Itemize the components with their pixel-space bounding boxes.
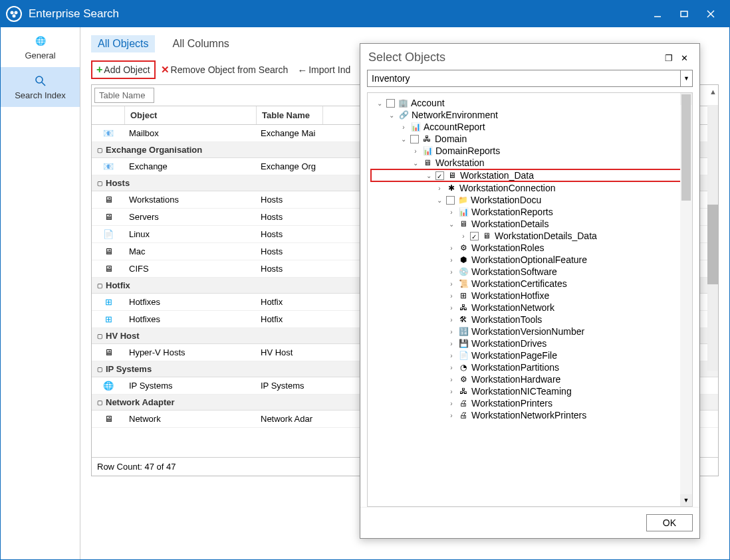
expand-icon[interactable]: › — [447, 376, 455, 383]
tree-node[interactable]: ›📊WorkstationReports — [370, 206, 689, 218]
header-icon-col[interactable] — [92, 106, 125, 124]
tree-node[interactable]: ⌄🖥WorkstationDetails — [370, 218, 689, 230]
tree-node[interactable]: ›✱WorkstationConnection — [370, 182, 689, 194]
checkbox[interactable] — [410, 135, 419, 143]
checkbox[interactable] — [446, 196, 455, 205]
tree-node[interactable]: ⌄🖥Workstation — [370, 157, 689, 169]
select-objects-dialog: Select Objects ❐ ✕ Inventory ▼ ▲ ▼ ⌄🏢Acc… — [360, 43, 700, 539]
maximize-button[interactable] — [671, 1, 697, 27]
tree-node[interactable]: ›⬢WorkstationOptionalFeature — [370, 254, 689, 266]
expand-icon[interactable]: › — [447, 340, 455, 347]
tab-all-columns[interactable]: All Columns — [166, 35, 235, 52]
import-index-button[interactable]: ← Import Ind — [293, 62, 354, 78]
row-icon: 📧 — [92, 128, 125, 138]
scroll-thumb[interactable] — [707, 205, 718, 284]
expand-icon[interactable]: ⌄ — [412, 159, 420, 167]
node-icon: 💾 — [458, 339, 469, 348]
node-icon: 🖨 — [458, 399, 469, 408]
tree-node[interactable]: ›🖧WorkstationNICTeaming — [370, 385, 689, 397]
checkbox[interactable] — [386, 99, 395, 108]
inventory-combo[interactable]: Inventory ▼ — [367, 70, 693, 87]
group-label: HV Host — [106, 331, 140, 341]
tree-node[interactable]: ›🖨WorkstationNetworkPrinters — [370, 409, 689, 421]
expand-icon[interactable]: › — [447, 304, 455, 312]
checkbox[interactable] — [435, 171, 444, 180]
expand-icon[interactable]: ⌄ — [388, 112, 396, 119]
dialog-title: Select Objects — [368, 50, 661, 64]
expand-icon[interactable]: ⌄ — [400, 136, 408, 143]
expand-icon[interactable]: › — [435, 185, 443, 192]
scroll-up-icon[interactable]: ▲ — [709, 88, 717, 96]
tree-node[interactable]: ›⊞WorkstationHotfixe — [370, 290, 689, 302]
expand-icon[interactable]: › — [447, 316, 455, 324]
ok-button[interactable]: OK — [646, 514, 693, 531]
svg-line-8 — [42, 82, 45, 86]
tree-scroll-thumb[interactable] — [681, 94, 691, 201]
expand-icon[interactable]: › — [400, 124, 408, 131]
header-table-name[interactable]: Table Name — [257, 106, 323, 124]
expand-icon[interactable]: › — [447, 352, 455, 359]
expand-icon[interactable]: ⌄ — [425, 172, 433, 179]
tree-node[interactable]: ›⚙WorkstationRoles — [370, 242, 689, 254]
row-table: Exchange Org — [257, 158, 323, 175]
tree-node[interactable]: ›📊DomainReports — [370, 145, 689, 157]
tree-node[interactable]: ⌄📁WorkstationDocu — [370, 194, 689, 206]
tree-node[interactable]: ›📊AccountReport — [370, 121, 689, 133]
tree-node[interactable]: ⌄🔗NetworkEnvironment — [370, 109, 689, 121]
dialog-close-button[interactable]: ✕ — [681, 53, 693, 62]
tree-node[interactable]: ›⚙WorkstationHardware — [370, 373, 689, 385]
expand-icon[interactable]: › — [447, 400, 455, 407]
expand-icon[interactable]: › — [447, 292, 455, 300]
tree-node[interactable]: ⌄🖥Workstation_Data — [370, 169, 689, 182]
node-label: Workstation_Data — [460, 170, 534, 181]
x-icon: ✕ — [161, 64, 170, 76]
tree-node[interactable]: ›◔WorkstationPartitions — [370, 361, 689, 373]
expand-icon[interactable]: ⌄ — [447, 221, 455, 228]
tab-all-objects[interactable]: All Objects — [91, 35, 155, 52]
expand-icon[interactable]: › — [447, 364, 455, 371]
chevron-down-icon[interactable]: ▼ — [680, 70, 692, 86]
tree-node[interactable]: ›📜WorkstationCertificates — [370, 278, 689, 290]
tree-node[interactable]: ⌄🏢Account — [370, 97, 689, 109]
table-name-filter[interactable]: Table Name — [94, 88, 154, 103]
expand-icon[interactable]: › — [447, 244, 455, 252]
tree-node[interactable]: ⌄🖧Domain — [370, 133, 689, 145]
expand-icon[interactable]: › — [447, 328, 455, 335]
tree-node[interactable]: ›🖨WorkstationPrinters — [370, 397, 689, 409]
tree-scroll-down-icon[interactable]: ▼ — [680, 494, 692, 506]
node-label: WorkstationDetails — [471, 219, 548, 229]
remove-object-button[interactable]: ✕ Remove Object from Search — [157, 62, 293, 78]
dialog-restore-button[interactable]: ❐ — [665, 53, 677, 62]
close-button[interactable] — [697, 1, 724, 27]
sidebar-item-search-index[interactable]: Search Index — [1, 67, 80, 107]
tree-node[interactable]: ›🖧WorkstationNetwork — [370, 302, 689, 314]
tree-node[interactable]: ›🛠WorkstationTools — [370, 314, 689, 326]
row-table: Hosts — [257, 191, 323, 208]
vertical-scrollbar[interactable] — [707, 105, 718, 371]
checkbox[interactable] — [470, 232, 479, 240]
tree-scrollbar[interactable]: ▲ ▼ — [680, 93, 692, 506]
node-label: WorkstationRoles — [471, 242, 544, 253]
expand-icon[interactable]: › — [459, 233, 467, 240]
tree-node[interactable]: ›🖥WorkstationDetails_Data — [370, 230, 689, 242]
tree-node[interactable]: ›📄WorkstationPageFile — [370, 349, 689, 361]
expand-icon[interactable]: › — [447, 268, 455, 276]
add-object-button[interactable]: + Add Object — [91, 60, 156, 79]
expand-icon[interactable]: › — [447, 256, 455, 264]
tree-node[interactable]: ›🔢WorkstationVersionNumber — [370, 326, 689, 337]
expand-icon[interactable]: › — [412, 147, 420, 155]
minimize-button[interactable] — [644, 1, 671, 27]
expand-icon[interactable]: ⌄ — [376, 100, 384, 107]
expand-icon[interactable]: › — [447, 209, 455, 216]
expand-icon[interactable]: ⌄ — [435, 197, 443, 204]
expand-icon[interactable]: › — [447, 412, 455, 419]
expand-icon[interactable]: › — [447, 388, 455, 395]
node-label: WorkstationVersionNumber — [471, 326, 584, 337]
sidebar-item-general[interactable]: 🌐 General — [1, 27, 80, 67]
row-table: Hosts — [257, 226, 323, 242]
expand-icon[interactable]: › — [447, 280, 455, 288]
tree-node[interactable]: ›💿WorkstationSoftware — [370, 266, 689, 278]
tree-node[interactable]: ›💾WorkstationDrives — [370, 337, 689, 349]
header-object[interactable]: Object — [125, 106, 257, 124]
objects-tree[interactable]: ▲ ▼ ⌄🏢Account⌄🔗NetworkEnvironment›📊Accou… — [367, 92, 693, 507]
